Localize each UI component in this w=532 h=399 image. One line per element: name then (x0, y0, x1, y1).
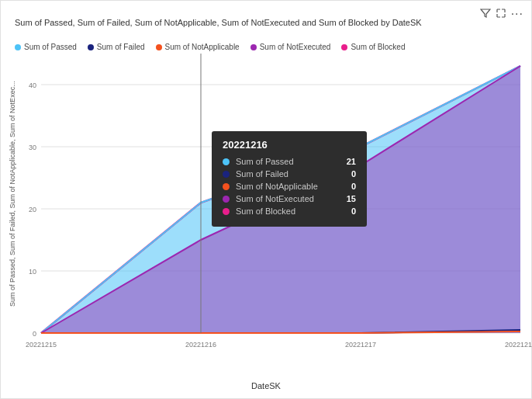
tooltip-label-failed: Sum of Failed (236, 169, 337, 179)
more-icon[interactable]: ··· (511, 7, 523, 21)
tooltip-label-notexecuted: Sum of NotExecuted (236, 194, 337, 203)
legend-item-passed: Sum of Passed (15, 43, 77, 51)
legend-dot-passed (15, 44, 21, 50)
tooltip-value-passed: 21 (344, 157, 356, 166)
y-tick-10: 10 (29, 268, 36, 276)
legend-label-notapplicable: Sum of NotApplicable (165, 43, 240, 51)
tooltip-value-blocked: 0 (344, 206, 356, 216)
tooltip: 20221216 Sum of Passed 21 Sum of Failed … (212, 131, 367, 227)
toolbar: ··· (480, 7, 523, 21)
legend: Sum of Passed Sum of Failed Sum of NotAp… (15, 43, 405, 51)
tooltip-row-blocked: Sum of Blocked 0 (223, 206, 356, 216)
legend-label-blocked: Sum of Blocked (351, 43, 405, 51)
chart-container: ··· Sum of Passed, Sum of Failed, Sum of… (0, 0, 532, 399)
y-tick-30: 30 (29, 144, 36, 151)
legend-dot-blocked (341, 44, 347, 50)
tooltip-row-notapplicable: Sum of NotApplicable 0 (223, 182, 356, 191)
legend-item-blocked: Sum of Blocked (341, 43, 405, 51)
tooltip-row-failed: Sum of Failed 0 (223, 169, 356, 179)
legend-label-passed: Sum of Passed (24, 43, 77, 51)
y-axis-label: Sum of Passed, Sum of Failed, Sum of Not… (9, 105, 16, 307)
legend-label-notexecuted: Sum of NotExecuted (260, 43, 331, 51)
x-tick-20221215: 20221215 (26, 341, 57, 349)
chart-area: 0 10 20 30 40 20221215 20221 (41, 54, 519, 358)
x-axis-label: DateSK (251, 381, 281, 390)
y-tick-20: 20 (29, 206, 36, 213)
tooltip-row-notexecuted: Sum of NotExecuted 15 (223, 194, 356, 203)
y-tick-0: 0 (33, 330, 36, 338)
legend-dot-notexecuted (250, 44, 257, 50)
tooltip-date: 20221216 (223, 139, 356, 151)
tooltip-value-failed: 0 (344, 169, 356, 179)
tooltip-dot-blocked (223, 208, 230, 215)
tooltip-dot-notexecuted (223, 196, 230, 203)
tooltip-value-notapplicable: 0 (344, 182, 356, 191)
tooltip-row-passed: Sum of Passed 21 (223, 157, 356, 166)
x-tick-20221216: 20221216 (185, 341, 216, 349)
y-tick-40: 40 (29, 82, 36, 89)
filter-icon[interactable] (480, 8, 491, 21)
legend-dot-failed (88, 44, 94, 50)
legend-item-failed: Sum of Failed (88, 43, 145, 51)
legend-item-notapplicable: Sum of NotApplicable (156, 43, 240, 51)
tooltip-label-notapplicable: Sum of NotApplicable (236, 182, 337, 191)
tooltip-label-passed: Sum of Passed (236, 157, 337, 166)
legend-dot-notapplicable (156, 44, 162, 50)
x-tick-20221218: 20221218 (505, 341, 532, 349)
y-axis-label-container: Sum of Passed, Sum of Failed, Sum of Not… (7, 54, 18, 358)
tooltip-dot-failed (223, 171, 230, 178)
legend-item-notexecuted: Sum of NotExecuted (250, 43, 331, 51)
legend-label-failed: Sum of Failed (97, 43, 145, 51)
tooltip-value-notexecuted: 15 (344, 194, 356, 203)
chart-title: Sum of Passed, Sum of Failed, Sum of Not… (15, 18, 422, 27)
tooltip-label-blocked: Sum of Blocked (236, 206, 337, 216)
tooltip-dot-passed (223, 158, 230, 165)
x-tick-20221217: 20221217 (345, 341, 376, 349)
tooltip-dot-notapplicable (223, 183, 230, 190)
expand-icon[interactable] (496, 8, 506, 21)
